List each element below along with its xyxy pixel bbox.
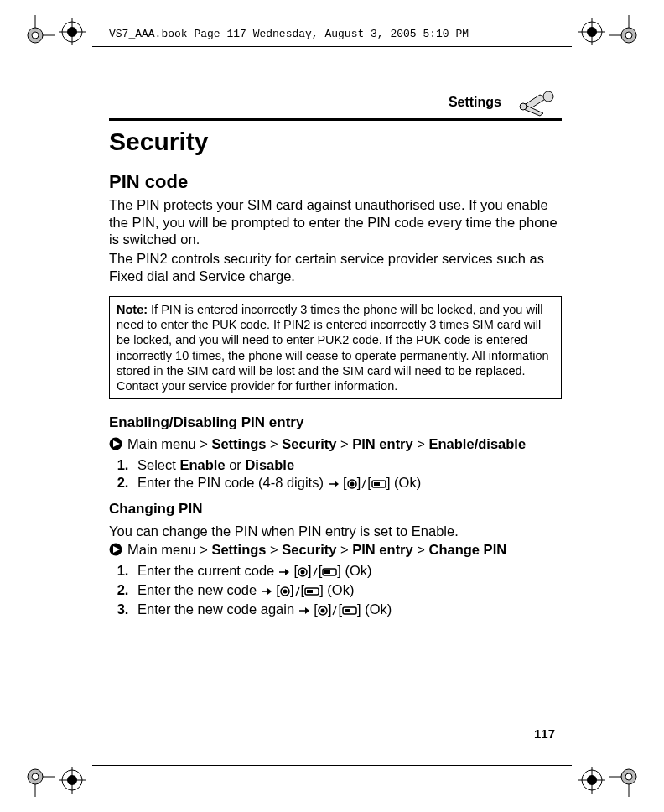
- step-text: (Ok): [341, 563, 372, 578]
- svg-rect-47: [324, 570, 330, 574]
- svg-point-15: [625, 773, 632, 780]
- step-item: Enter the new code [][] (Ok): [132, 582, 562, 600]
- step-text: Enter the new code again: [137, 601, 298, 617]
- svg-point-11: [32, 773, 39, 780]
- step-item: Select Enable or Disable: [132, 457, 562, 473]
- slash-icon: [361, 476, 367, 492]
- arrow-right-icon: [298, 603, 310, 619]
- section-header: Settings: [109, 88, 562, 121]
- note-text: If PIN is entered incorrectly 3 times th…: [117, 303, 549, 393]
- slash-icon: [294, 584, 301, 600]
- softkey-icon: [342, 603, 357, 619]
- svg-point-7: [625, 32, 632, 39]
- breadcrumb: Main menu > Settings > Security > PIN en…: [109, 436, 562, 454]
- crop-mark-icon: [609, 15, 649, 55]
- steps-list: Select Enable or Disable Enter the PIN c…: [109, 457, 562, 492]
- register-ring-icon: [578, 18, 605, 45]
- breadcrumb: Main menu > Settings > Security > PIN en…: [109, 542, 562, 560]
- svg-point-32: [543, 91, 553, 102]
- svg-point-37: [350, 481, 354, 486]
- svg-point-56: [320, 608, 324, 612]
- breadcrumb-item: PIN entry: [352, 436, 412, 451]
- step-bold: Disable: [245, 457, 294, 472]
- step-text: Enter the current code: [137, 563, 278, 578]
- step-bold: Enable: [179, 457, 225, 472]
- arrow-right-icon: [278, 565, 290, 580]
- pin-code-heading: PIN code: [109, 171, 562, 193]
- register-ring-icon: [59, 767, 86, 794]
- note-label: Note:: [117, 303, 148, 316]
- page-title: Security: [109, 128, 562, 156]
- step-text: (Ok): [324, 582, 355, 597]
- step-item: Enter the current code [][] (Ok): [132, 563, 562, 580]
- page-number: 117: [534, 726, 555, 741]
- breadcrumb-item: Settings: [211, 542, 266, 557]
- center-key-icon: [298, 565, 308, 580]
- steps-list: Enter the current code [][] (Ok) Enter t…: [109, 563, 562, 619]
- change-pin-heading: Changing PIN: [109, 501, 562, 518]
- svg-line-45: [314, 568, 317, 576]
- slash-icon: [331, 603, 338, 619]
- breadcrumb-prefix: Main menu >: [127, 436, 211, 451]
- svg-point-3: [32, 32, 39, 39]
- breadcrumb-prefix: Main menu >: [127, 542, 211, 557]
- enable-disable-heading: Enabling/Disabling PIN entry: [109, 414, 562, 431]
- arrow-right-icon: [328, 476, 340, 492]
- breadcrumb-item: Enable/disable: [429, 436, 527, 451]
- breadcrumb-item: Settings: [211, 436, 266, 451]
- step-item: Enter the new code again [][] (Ok): [132, 601, 562, 619]
- step-text: Select: [137, 457, 179, 472]
- step-text: or: [226, 457, 246, 472]
- center-key-icon: [280, 584, 290, 600]
- wrench-icon: [515, 88, 562, 117]
- step-text: Enter the PIN code (4-8 digits): [137, 475, 328, 490]
- svg-line-51: [296, 587, 299, 596]
- breadcrumb-item: Security: [282, 542, 336, 557]
- nav-arrow-icon: [109, 437, 124, 454]
- svg-point-50: [283, 589, 287, 593]
- svg-rect-40: [374, 482, 380, 486]
- header-rule: [92, 46, 572, 47]
- step-text: (Ok): [361, 601, 392, 617]
- softkey-icon: [322, 565, 337, 580]
- breadcrumb-item: PIN entry: [352, 542, 412, 557]
- crop-mark-icon: [15, 15, 55, 55]
- center-key-icon: [318, 603, 328, 619]
- crop-mark-icon: [15, 757, 55, 797]
- svg-point-33: [520, 103, 527, 110]
- softkey-icon: [371, 476, 386, 492]
- nav-arrow-icon: [109, 543, 124, 560]
- svg-line-57: [333, 606, 336, 615]
- section-label: Settings: [449, 95, 501, 110]
- step-item: Enter the PIN code (4-8 digits) [][] (Ok…: [132, 475, 562, 492]
- svg-point-44: [301, 570, 305, 574]
- step-text: (Ok): [390, 475, 421, 490]
- change-pin-intro: You can change the PIN when PIN entry is…: [109, 523, 562, 540]
- breadcrumb-item: Change PIN: [429, 542, 507, 557]
- register-ring-icon: [59, 18, 86, 45]
- slash-icon: [312, 565, 319, 580]
- pin-code-para1: The PIN protects your SIM card against u…: [109, 196, 562, 248]
- center-key-icon: [347, 476, 357, 492]
- footer-rule: [92, 765, 572, 766]
- svg-line-38: [362, 480, 366, 488]
- svg-rect-59: [345, 609, 350, 612]
- crop-mark-icon: [609, 757, 649, 797]
- note-box: Note: If PIN is entered incorrectly 3 ti…: [109, 296, 562, 399]
- svg-rect-53: [307, 590, 313, 593]
- arrow-right-icon: [261, 584, 272, 600]
- running-header: VS7_AAA.book Page 117 Wednesday, August …: [109, 28, 469, 40]
- breadcrumb-item: Security: [282, 436, 336, 451]
- softkey-icon: [304, 584, 319, 600]
- step-text: Enter the new code: [137, 582, 261, 597]
- register-ring-icon: [578, 767, 605, 794]
- pin-code-para2: The PIN2 controls security for certain s…: [109, 250, 562, 284]
